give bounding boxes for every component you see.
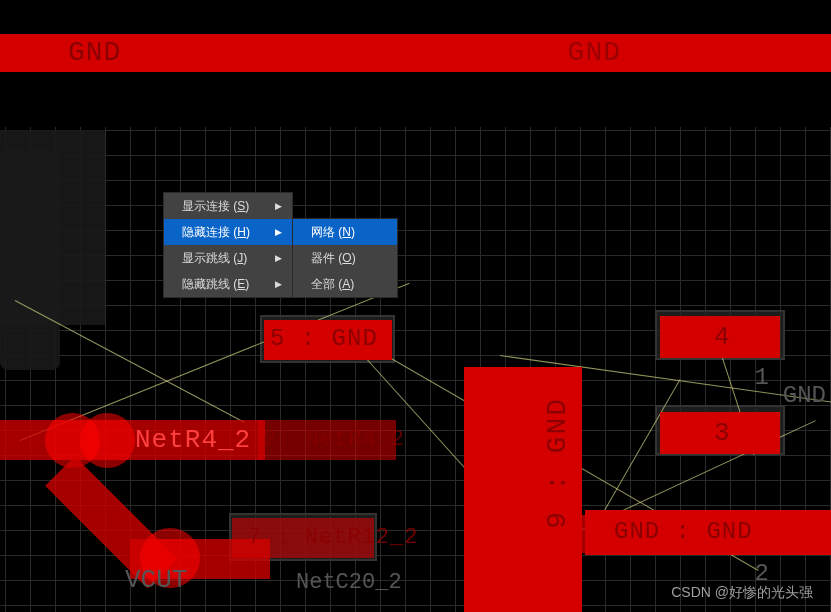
pad-2-label: 2	[755, 560, 769, 587]
pad-3-label: 3	[714, 418, 731, 448]
chip-pin-label: 9 : GND	[542, 397, 573, 529]
menu-show-connections[interactable]: 显示连接 (S) ▶	[164, 193, 292, 219]
chevron-right-icon: ▶	[275, 227, 282, 237]
context-menu-main[interactable]: 显示连接 (S) ▶ 隐藏连接 (H) ▶ 显示跳线 (J) ▶ 隐藏跳线 (E…	[163, 192, 293, 298]
top-net-label: GND	[68, 37, 121, 68]
pad-circle[interactable]	[80, 413, 135, 468]
chevron-right-icon: ▶	[275, 253, 282, 263]
netc20-label: NetC20_2	[296, 570, 402, 595]
menu-show-jumpers[interactable]: 显示跳线 (J) ▶	[164, 245, 292, 271]
watermark: CSDN @好惨的光头强	[671, 584, 813, 602]
menu-hide-jumpers[interactable]: 隐藏跳线 (E) ▶	[164, 271, 292, 297]
menu-hide-connections[interactable]: 隐藏连接 (H) ▶	[164, 219, 292, 245]
submenu-network[interactable]: 网络 (N)	[293, 219, 397, 245]
context-menu-sub[interactable]: 网络 (N) 器件 (O) 全部 (A)	[292, 218, 398, 298]
gnd-label-right: GND	[783, 382, 826, 409]
chevron-right-icon: ▶	[275, 279, 282, 289]
dark-band	[0, 72, 831, 127]
pad-1-label: 1	[755, 364, 769, 391]
silhouette	[0, 130, 105, 325]
pad-5-label: 5 : GND	[270, 325, 378, 352]
pad-7-label: 7 : NetR12_2	[248, 525, 418, 550]
top-net-bar: GND GND	[0, 34, 831, 72]
top-net-label-right: GND	[568, 37, 621, 68]
chevron-right-icon: ▶	[275, 201, 282, 211]
submenu-all[interactable]: 全部 (A)	[293, 271, 397, 297]
pad-4-label: 4	[714, 322, 731, 352]
netr4-label-right: 2: NetR4_2	[263, 427, 405, 452]
chip-body[interactable]: 9 : GND	[464, 367, 582, 612]
vcut-label: VCUT	[125, 565, 187, 595]
gnd-gnd-label: GND : GND	[614, 518, 753, 545]
netr4-label-left: NetR4_2	[135, 425, 251, 455]
submenu-component[interactable]: 器件 (O)	[293, 245, 397, 271]
top-margin	[0, 0, 831, 34]
